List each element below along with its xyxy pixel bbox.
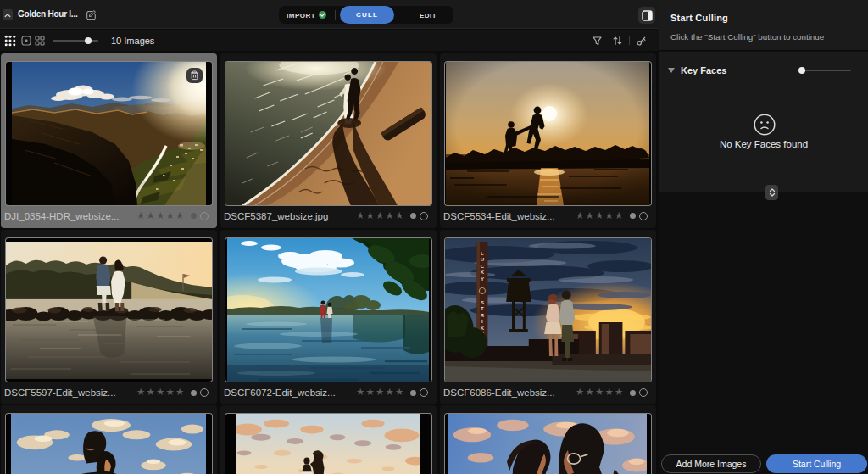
svg-text:U: U — [480, 256, 484, 262]
svg-text:R: R — [480, 311, 484, 317]
svg-text:C: C — [480, 262, 484, 268]
svg-text:K: K — [480, 324, 484, 330]
svg-text:I: I — [481, 318, 483, 324]
svg-text:T: T — [481, 305, 484, 311]
svg-text:L: L — [481, 249, 484, 255]
svg-text:K: K — [480, 269, 484, 275]
svg-text:Y: Y — [480, 275, 483, 281]
svg-text:S: S — [480, 298, 483, 304]
